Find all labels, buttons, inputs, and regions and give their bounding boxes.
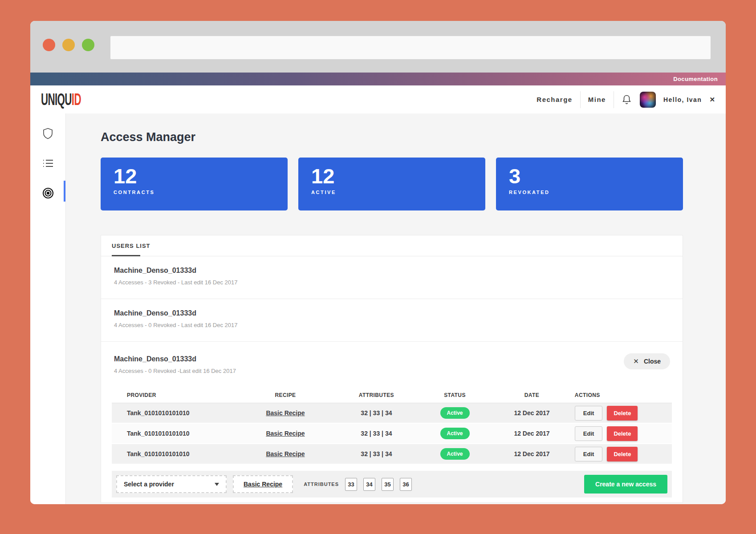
uniquid-logo[interactable]: UNIQUID — [41, 90, 81, 109]
table-row: Tank_0101010101010 Basic Recipe 32 | 33 … — [112, 403, 672, 424]
logo-accent-text: ID — [72, 90, 81, 109]
column-header-status: STATUS — [420, 392, 490, 398]
access-table: PROVIDER RECIPE ATTRIBUTES STATUS DATE A… — [112, 388, 672, 465]
main-content: Access Manager 12 CONTRACTS 12 ACTIVE 3 … — [66, 113, 726, 504]
tab-users-list[interactable]: USERS LIST — [112, 235, 150, 256]
url-bar[interactable] — [110, 36, 711, 59]
edit-button[interactable]: Edit — [575, 426, 603, 441]
status-badge: Active — [440, 407, 470, 419]
logo-primary-text: UNIQU — [41, 90, 72, 109]
attribute-option[interactable]: 35 — [382, 478, 394, 491]
recharge-link[interactable]: Recharge — [537, 96, 572, 103]
traffic-lights — [43, 39, 94, 51]
status-badge: Active — [440, 428, 470, 439]
sidebar-item-list[interactable] — [42, 158, 54, 169]
attribute-option[interactable]: 33 — [345, 478, 357, 491]
stat-card-revokated: 3 REVOKATED — [496, 158, 683, 210]
user-row[interactable]: Machine_Denso_01333d 4 Accesses - 3 Revo… — [101, 256, 683, 299]
page-title: Access Manager — [101, 130, 726, 144]
recipe-link[interactable]: Basic Recipe — [266, 450, 305, 457]
stat-label: CONTRACTS — [114, 190, 288, 195]
attribute-option[interactable]: 34 — [363, 478, 375, 491]
stat-value: 12 — [114, 165, 288, 187]
sidebar-item-security[interactable] — [42, 128, 54, 139]
recipe-link[interactable]: Basic Recipe — [266, 430, 305, 437]
stat-label: ACTIVE — [311, 190, 485, 195]
date-cell: 12 Dec 2017 — [490, 430, 574, 437]
provider-select[interactable]: Select a provider — [116, 475, 227, 493]
header-actions: Recharge Mine Hello, Ivan ✕ — [537, 91, 715, 108]
user-meta: 4 Accesses - 3 Revoked - Last edit 16 De… — [114, 279, 683, 286]
app-header: UNIQUID Recharge Mine Hello, Ivan ✕ — [30, 85, 726, 113]
bell-icon — [622, 94, 631, 105]
stat-cards: 12 CONTRACTS 12 ACTIVE 3 REVOKATED — [101, 158, 683, 210]
attributes-label: ATTRIBUTES — [304, 481, 339, 487]
sidebar — [30, 113, 66, 504]
mine-link[interactable]: Mine — [588, 96, 606, 103]
shield-icon — [43, 128, 53, 139]
browser-chrome — [30, 21, 726, 73]
stat-value: 3 — [509, 165, 683, 187]
provider-cell: Tank_0101010101010 — [112, 409, 238, 417]
notifications-button[interactable] — [622, 94, 632, 105]
header-divider — [614, 91, 614, 108]
active-tab-underline — [112, 255, 140, 256]
provider-cell: Tank_0101010101010 — [112, 450, 238, 457]
stat-label: REVOKATED — [509, 190, 683, 195]
recipe-select-button[interactable]: Basic Recipe — [233, 475, 293, 493]
minimize-window-button[interactable] — [62, 39, 75, 51]
close-session-icon[interactable]: ✕ — [709, 96, 715, 104]
stat-card-contracts: 12 CONTRACTS — [101, 158, 288, 210]
column-header-attributes: ATTRIBUTES — [333, 392, 420, 398]
column-header-recipe: RECIPE — [238, 392, 333, 398]
table-header-row: PROVIDER RECIPE ATTRIBUTES STATUS DATE A… — [112, 388, 672, 403]
close-expanded-button[interactable]: ✕ Close — [624, 353, 670, 369]
edit-button[interactable]: Edit — [575, 447, 603, 461]
user-greeting: Hello, Ivan — [663, 96, 702, 103]
close-icon: ✕ — [633, 357, 639, 365]
column-header-provider: PROVIDER — [112, 392, 238, 398]
maximize-window-button[interactable] — [82, 39, 94, 51]
attributes-cell: 32 | 33 | 34 — [333, 409, 420, 417]
delete-button[interactable]: Delete — [607, 447, 638, 461]
date-cell: 12 Dec 2017 — [490, 450, 574, 457]
avatar[interactable] — [640, 92, 656, 108]
delete-button[interactable]: Delete — [607, 426, 638, 441]
chevron-down-icon — [215, 483, 219, 486]
edit-button[interactable]: Edit — [575, 406, 603, 421]
list-icon — [43, 159, 53, 168]
status-badge: Active — [440, 448, 470, 460]
target-icon — [42, 187, 54, 199]
expanded-user-row: Machine_Denso_01333d 4 Accesses - 0 Revo… — [101, 342, 683, 498]
delete-button[interactable]: Delete — [607, 406, 638, 421]
close-label: Close — [644, 358, 661, 365]
documentation-bar: Documentation — [30, 73, 726, 85]
sidebar-item-access-manager[interactable] — [42, 187, 54, 199]
date-cell: 12 Dec 2017 — [490, 409, 574, 417]
user-name: Machine_Denso_01333d — [114, 355, 683, 363]
attributes-cell: 32 | 33 | 34 — [333, 450, 420, 457]
browser-window: Documentation UNIQUID Recharge Mine Hell… — [30, 21, 726, 504]
new-access-composer: Select a provider Basic Recipe ATTRIBUTE… — [112, 471, 672, 498]
active-sidebar-indicator — [64, 181, 65, 202]
recipe-link[interactable]: Basic Recipe — [266, 409, 305, 417]
column-header-date: DATE — [490, 392, 574, 398]
attributes-cell: 32 | 33 | 34 — [333, 430, 420, 437]
provider-cell: Tank_0101010101010 — [112, 430, 238, 437]
close-window-button[interactable] — [43, 39, 55, 51]
user-meta: 4 Accesses - 0 Revoked - Last edit 16 De… — [114, 322, 683, 328]
stat-value: 12 — [311, 165, 485, 187]
panel-tab-bar: USERS LIST — [101, 235, 683, 256]
header-divider — [580, 91, 581, 108]
create-new-access-button[interactable]: Create a new access — [584, 475, 667, 494]
attribute-option[interactable]: 36 — [400, 478, 412, 491]
table-row: Tank_0101010101010 Basic Recipe 32 | 33 … — [112, 444, 672, 465]
user-name: Machine_Denso_01333d — [114, 267, 683, 275]
user-meta: 4 Accesses - 0 Revoked -Last edit 16 Dec… — [114, 368, 683, 374]
provider-select-value: Select a provider — [124, 481, 174, 488]
documentation-link[interactable]: Documentation — [673, 76, 718, 82]
user-name: Machine_Denso_01333d — [114, 309, 683, 317]
table-row: Tank_0101010101010 Basic Recipe 32 | 33 … — [112, 424, 672, 444]
body-row: Access Manager 12 CONTRACTS 12 ACTIVE 3 … — [30, 113, 726, 504]
user-row[interactable]: Machine_Denso_01333d 4 Accesses - 0 Revo… — [101, 299, 683, 342]
